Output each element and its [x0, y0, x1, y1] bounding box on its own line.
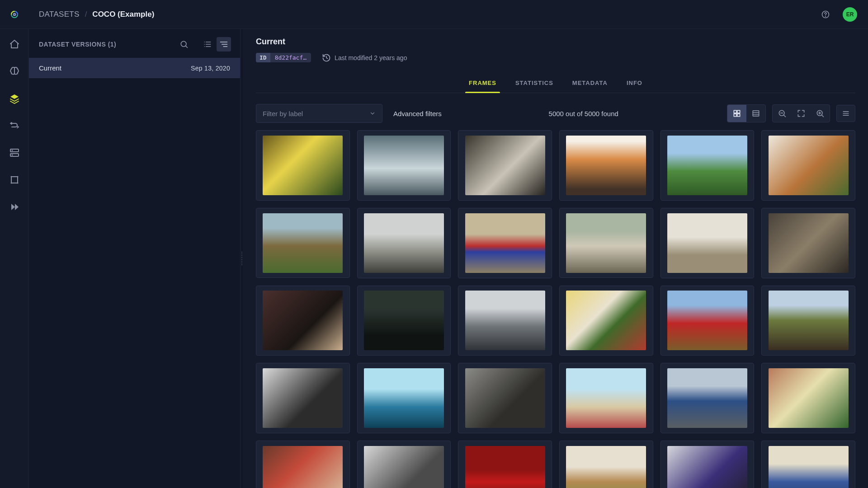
thumbnail-image	[364, 291, 444, 350]
tab-statistics[interactable]: STATISTICS	[507, 75, 561, 93]
tab-frames[interactable]: FRAMES	[461, 75, 505, 93]
thumbnail-card[interactable]	[559, 441, 653, 488]
thumbnail-image	[263, 446, 343, 488]
nav-datasets[interactable]	[7, 91, 22, 106]
thumbnail-card[interactable]	[761, 130, 855, 201]
thumbnail-image	[769, 136, 849, 195]
zoom-out-button[interactable]	[773, 105, 792, 122]
thumbnail-card[interactable]	[458, 130, 552, 201]
topbar: C DATASETS / COCO (Example) ER	[0, 0, 868, 29]
thumbnail-image	[263, 136, 343, 195]
thumbnail-card[interactable]	[660, 441, 755, 488]
version-date: Sep 13, 2020	[191, 65, 230, 72]
thumbnail-image	[566, 136, 646, 195]
svg-point-4	[826, 16, 826, 16]
thumbnail-card[interactable]	[559, 286, 653, 356]
svg-point-19	[204, 44, 205, 45]
thumbnail-image	[364, 368, 444, 428]
thumbnail-card[interactable]	[458, 441, 552, 488]
zoom-in-button[interactable]	[811, 105, 830, 122]
version-row[interactable]: Current Sep 13, 2020	[29, 58, 240, 78]
view-mode-segment	[727, 104, 766, 122]
breadcrumb: DATASETS / COCO (Example)	[39, 10, 154, 19]
thumbnail-card[interactable]	[761, 286, 855, 356]
chevron-down-icon	[369, 110, 376, 117]
breadcrumb-separator: /	[85, 10, 87, 19]
thumbnail-card[interactable]	[256, 363, 350, 433]
logo[interactable]: C	[0, 10, 29, 19]
thumbnail-card[interactable]	[660, 363, 755, 433]
view-grid-button[interactable]	[727, 105, 746, 122]
last-modified: Last modified 2 years ago	[322, 53, 407, 62]
thumbnail-card[interactable]	[357, 208, 451, 278]
menu-icon	[841, 109, 850, 118]
thumbnail-card[interactable]	[357, 441, 451, 488]
nav-jobs[interactable]	[7, 200, 22, 214]
svg-point-11	[17, 176, 18, 178]
thumbnail-card[interactable]	[458, 208, 552, 278]
thumbnail-image	[465, 368, 545, 428]
nav-models[interactable]	[7, 64, 22, 79]
sidebar-view-tree-button[interactable]	[217, 37, 231, 52]
id-label: ID	[256, 53, 270, 62]
id-value: 8d22facf…	[270, 53, 311, 62]
dataset-id-pill[interactable]: ID 8d22facf…	[256, 53, 311, 62]
thumbnail-image	[769, 213, 849, 273]
content-area: Current ID 8d22facf… Last modified 2 yea…	[243, 29, 868, 488]
brand-logo-icon: C	[10, 10, 19, 19]
thumbnail-card[interactable]	[660, 286, 755, 356]
nav-annotations[interactable]	[7, 173, 22, 187]
thumbnail-card[interactable]	[357, 363, 451, 433]
filter-by-label-select[interactable]: Filter by label	[256, 104, 382, 123]
nav-home[interactable]	[7, 37, 22, 52]
svg-point-14	[181, 41, 186, 47]
thumbnail-image	[667, 446, 747, 488]
user-avatar[interactable]: ER	[843, 7, 857, 22]
sidebar-search-button[interactable]	[177, 37, 191, 52]
thumbnail-image	[667, 213, 747, 273]
thumbnail-card[interactable]	[660, 208, 755, 278]
thumbnail-card[interactable]	[458, 363, 552, 433]
thumbnail-image	[667, 291, 747, 350]
grid-menu-button[interactable]	[836, 105, 855, 122]
thumbnail-card[interactable]	[761, 441, 855, 488]
thumbnail-image	[364, 446, 444, 488]
grid-icon	[732, 109, 741, 118]
help-button[interactable]	[818, 7, 833, 22]
tab-metadata[interactable]: METADATA	[564, 75, 616, 93]
view-table-button[interactable]	[746, 105, 765, 122]
svg-point-12	[10, 183, 12, 184]
zoom-fit-icon	[797, 109, 806, 118]
sidebar-view-list-button[interactable]	[200, 37, 215, 52]
thumbnail-card[interactable]	[256, 286, 350, 356]
thumbnail-card[interactable]	[559, 208, 653, 278]
thumbnail-card[interactable]	[660, 130, 755, 201]
nav-pipelines[interactable]	[7, 118, 22, 133]
thumbnail-card[interactable]	[761, 363, 855, 433]
thumbnail-card[interactable]	[357, 130, 451, 201]
thumbnail-image	[667, 368, 747, 428]
svg-rect-27	[737, 114, 740, 117]
thumbnail-card[interactable]	[559, 130, 653, 201]
layers-icon	[9, 93, 20, 104]
breadcrumb-root[interactable]: DATASETS	[39, 10, 80, 19]
thumbnail-card[interactable]	[357, 286, 451, 356]
sidebar-title: DATASET VERSIONS (1)	[39, 41, 116, 48]
server-icon	[9, 147, 20, 158]
thumbnail-card[interactable]	[256, 441, 350, 488]
thumbnail-image	[566, 368, 646, 428]
zoom-fit-button[interactable]	[792, 105, 811, 122]
breadcrumb-leaf[interactable]: COCO (Example)	[92, 10, 154, 19]
tab-info[interactable]: INFO	[618, 75, 651, 93]
content-title: Current	[256, 37, 855, 47]
tree-icon	[219, 40, 228, 49]
thumbnail-card[interactable]	[761, 208, 855, 278]
zoom-segment	[772, 104, 830, 122]
advanced-filters-link[interactable]: Advanced filters	[393, 110, 442, 117]
thumbnail-card[interactable]	[256, 208, 350, 278]
thumbnail-card[interactable]	[256, 130, 350, 201]
thumbnail-image	[364, 213, 444, 273]
nav-servers[interactable]	[7, 145, 22, 160]
thumbnail-card[interactable]	[458, 286, 552, 356]
thumbnail-card[interactable]	[559, 363, 653, 433]
